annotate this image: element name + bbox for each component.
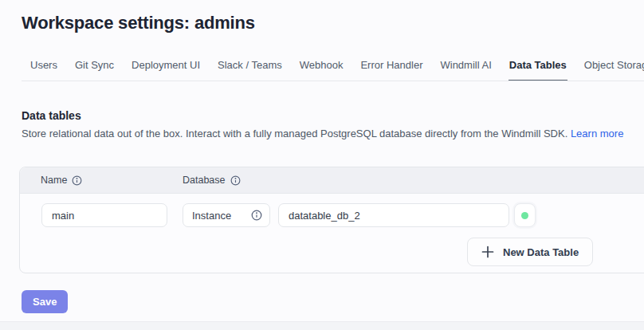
bottom-divider <box>0 321 644 330</box>
table-actions-row: New Data Table <box>467 238 644 266</box>
tab-data-tables[interactable]: Data Tables <box>509 53 567 81</box>
tab-git-sync[interactable]: Git Sync <box>74 53 115 81</box>
tab-deployment-ui[interactable]: Deployment UI <box>131 53 201 81</box>
section-description: Store relational data out of the box. In… <box>22 128 644 139</box>
database-source-select[interactable]: Instance <box>183 203 270 227</box>
datatable-name-input[interactable] <box>41 203 167 227</box>
description-text: Store relational data out of the box. In… <box>22 128 567 139</box>
tab-users[interactable]: Users <box>29 53 58 81</box>
table-header-row: Name Database <box>20 167 644 194</box>
tab-windmill-ai[interactable]: Windmill AI <box>439 53 492 81</box>
tab-object-storage[interactable]: Object Storage <box>583 53 644 81</box>
new-data-table-button[interactable]: New Data Table <box>467 238 593 266</box>
status-dot-icon <box>521 212 528 219</box>
database-header-label: Database <box>183 175 226 186</box>
database-source-value: Instance <box>192 210 231 222</box>
tab-error-handler[interactable]: Error Handler <box>359 53 423 81</box>
tab-slack-teams[interactable]: Slack / Teams <box>217 53 283 81</box>
name-info-icon[interactable] <box>72 175 82 186</box>
connection-status-indicator <box>514 203 536 227</box>
new-data-table-label: New Data Table <box>503 246 579 258</box>
database-info-icon[interactable] <box>230 175 241 186</box>
instance-info-icon[interactable] <box>251 210 262 221</box>
settings-tab-bar: Users Git Sync Deployment UI Slack / Tea… <box>22 53 644 81</box>
section-heading: Data tables <box>22 109 644 122</box>
database-name-input[interactable] <box>278 203 509 227</box>
column-header-name: Name <box>41 175 183 186</box>
table-row: Instance <box>41 203 644 227</box>
name-header-label: Name <box>41 175 67 186</box>
tab-webhook[interactable]: Webhook <box>299 53 344 81</box>
table-body: Instance <box>20 194 644 273</box>
data-tables-card: Name Database I <box>19 167 644 273</box>
column-header-database: Database <box>183 175 241 186</box>
save-button[interactable]: Save <box>22 290 68 313</box>
page-title: Workspace settings: admins <box>22 13 644 33</box>
learn-more-link[interactable]: Learn more <box>571 128 623 139</box>
plus-icon <box>481 246 494 258</box>
